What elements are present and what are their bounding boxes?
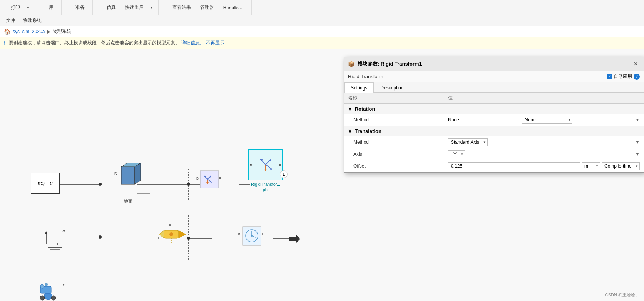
svg-marker-49 <box>260 159 263 161</box>
translation-method-dropdown[interactable]: Standard Axis Cartesian None <box>448 138 488 146</box>
info-text: 要创建连接，请点击端口、终止模块或线段，然后点击兼容的突出显示的模型元素。 <box>9 40 180 46</box>
ground-block[interactable]: F1 G R 地面 <box>114 163 142 204</box>
breadcrumb: 🏠 sys_sim_2020a ▶ 物理系统 <box>0 26 644 37</box>
modal-dialog[interactable]: 📦 模块参数: Rigid Transform1 × Rigid Transfo… <box>344 57 644 173</box>
svg-text:W: W <box>62 229 65 233</box>
svg-text:R: R <box>114 172 117 175</box>
rotation-method-dropdown[interactable]: None Aligned Axes Rotation Sequence Rota… <box>522 116 572 124</box>
results-section: 查看结果 管理器 Results ... <box>165 0 252 15</box>
lib-section: 库 <box>41 0 62 15</box>
print-dropdown-arrow[interactable]: ▼ <box>26 5 30 10</box>
info-link-details[interactable]: 详细信息。 <box>181 40 204 46</box>
print-button[interactable]: 打印 <box>8 3 23 12</box>
translation-axis-value[interactable]: +Y +X +Z -X -Y -Z ▼ <box>444 148 644 160</box>
coords-block[interactable]: W <box>38 223 67 252</box>
rotation-arrow: ∨ <box>348 106 352 112</box>
main-area: f(x) = 0 F1 G R 地面 W <box>0 49 644 301</box>
mid-transform-block[interactable]: B F <box>196 169 223 192</box>
auto-apply-checkbox[interactable]: ✓ <box>607 74 612 79</box>
translation-offset-name: Offset <box>344 160 444 172</box>
info-icon: ℹ <box>4 40 6 46</box>
output-arrow <box>289 235 300 244</box>
rotation-method-value[interactable]: None None Aligned Axes Rotation Sequence… <box>444 114 644 126</box>
svg-marker-21 <box>135 163 141 184</box>
rotation-method-name: Method <box>344 114 444 126</box>
tab-settings[interactable]: Settings <box>344 82 374 93</box>
param-table: 名称 值 ∨ Rotation Method <box>344 93 644 172</box>
svg-point-33 <box>40 284 44 288</box>
breadcrumb-root[interactable]: sys_sim_2020a <box>13 29 45 34</box>
canvas[interactable]: f(x) = 0 F1 G R 地面 W <box>0 49 644 301</box>
svg-marker-29 <box>57 243 59 245</box>
rotation-label: Rotation <box>355 106 375 112</box>
rotation-section-row[interactable]: ∨ Rotation <box>344 104 644 114</box>
offset-compile-dropdown[interactable]: Compile-time Run-time <box>602 162 640 170</box>
fx-block[interactable]: f(x) = 0 <box>31 173 60 194</box>
offset-input[interactable] <box>448 162 580 170</box>
simulation-section: 仿真 快速重启 ▼ <box>99 0 159 15</box>
translation-method-value[interactable]: Standard Axis Cartesian None ▼ <box>444 136 644 148</box>
watermark: CSDN @王哈哈、 <box>605 292 639 298</box>
manage-button[interactable]: 管理器 <box>197 3 217 12</box>
translation-label: Translation <box>355 128 381 134</box>
clock-block[interactable]: B F x <box>238 223 267 252</box>
info-link-dismiss[interactable]: 不再显示 <box>206 40 224 46</box>
physics-button[interactable]: 物理系统 <box>20 16 45 25</box>
svg-text:B: B <box>196 177 199 180</box>
offset-unit-dropdown[interactable]: m mm cm in <box>582 162 600 170</box>
ground-icon: F1 G R <box>114 163 142 198</box>
svg-point-35 <box>40 296 45 300</box>
results-button[interactable]: Results ... <box>220 3 247 12</box>
file-button[interactable]: 文件 <box>3 16 18 25</box>
svg-marker-59 <box>179 230 186 238</box>
translation-dropdown-arrow: ▼ <box>635 140 640 145</box>
sensor-block[interactable]: B L <box>157 223 186 252</box>
breadcrumb-icon: 🏠 <box>4 29 10 35</box>
secondary-toolbar: 文件 物理系统 <box>0 15 644 26</box>
translation-section-row[interactable]: ∨ Translation <box>344 126 644 137</box>
svg-text:B: B <box>169 223 171 227</box>
tab-description[interactable]: Description <box>374 82 410 93</box>
col-name-header: 名称 <box>344 93 444 104</box>
robot-block[interactable]: C <box>37 275 67 301</box>
svg-point-15 <box>99 235 102 239</box>
quickrestart-button[interactable]: 快速重启 <box>122 3 147 12</box>
simulation-button[interactable]: 仿真 <box>104 3 119 12</box>
breadcrumb-separator: ▶ <box>47 29 50 34</box>
auto-apply-label: 自动应用 <box>614 73 632 80</box>
translation-axis-dropdown[interactable]: +Y +X +Z -X -Y -Z <box>448 150 465 158</box>
axis-dropdown-arrow: ▼ <box>635 151 640 157</box>
prepare-button[interactable]: 准备 <box>72 3 88 12</box>
translation-axis-name: Axis <box>344 148 444 160</box>
svg-marker-19 <box>121 167 135 184</box>
svg-point-13 <box>187 183 190 186</box>
svg-text:F: F <box>219 177 221 180</box>
rigid-transform-selected[interactable]: B F Rigid Transfor... phi <box>248 149 283 192</box>
help-icon[interactable]: ? <box>634 74 640 80</box>
lib-button[interactable]: 库 <box>46 3 57 12</box>
ground-label: 地面 <box>124 198 132 204</box>
translation-arrow: ∨ <box>348 128 352 134</box>
fx-label: f(x) = 0 <box>38 181 53 186</box>
translation-method-row: Method Standard Axis Cartesian None <box>344 136 644 148</box>
coords-icon: W <box>38 223 67 252</box>
modal-title: 模块参数: Rigid Transform1 <box>358 61 422 67</box>
b-port: B <box>250 163 252 167</box>
review-button[interactable]: 查看结果 <box>169 3 194 12</box>
badge-1: 1 <box>280 170 288 178</box>
clock-icon: B F x <box>238 223 267 252</box>
modal-close-button[interactable]: × <box>632 60 640 68</box>
modal-icon: 📦 <box>348 61 355 67</box>
modal-header: 📦 模块参数: Rigid Transform1 × <box>344 57 644 71</box>
sim-dropdown-arrow[interactable]: ▼ <box>150 5 154 10</box>
translation-axis-row: Axis +Y +X +Z -X - <box>344 148 644 160</box>
translation-offset-row: Offset m mm cm in <box>344 160 644 172</box>
svg-text:C: C <box>63 283 65 287</box>
rotation-method-row: Method None None Aligned Axes Rotation S… <box>344 114 644 126</box>
svg-text:B: B <box>238 232 240 236</box>
svg-point-12 <box>99 183 102 186</box>
print-section: 打印 ▼ <box>3 0 35 15</box>
info-bar: ℹ 要创建连接，请点击端口、终止模块或线段，然后点击兼容的突出显示的模型元素。 … <box>0 37 644 49</box>
translation-offset-value[interactable]: m mm cm in Compile-time <box>444 160 644 172</box>
svg-point-36 <box>51 296 56 300</box>
